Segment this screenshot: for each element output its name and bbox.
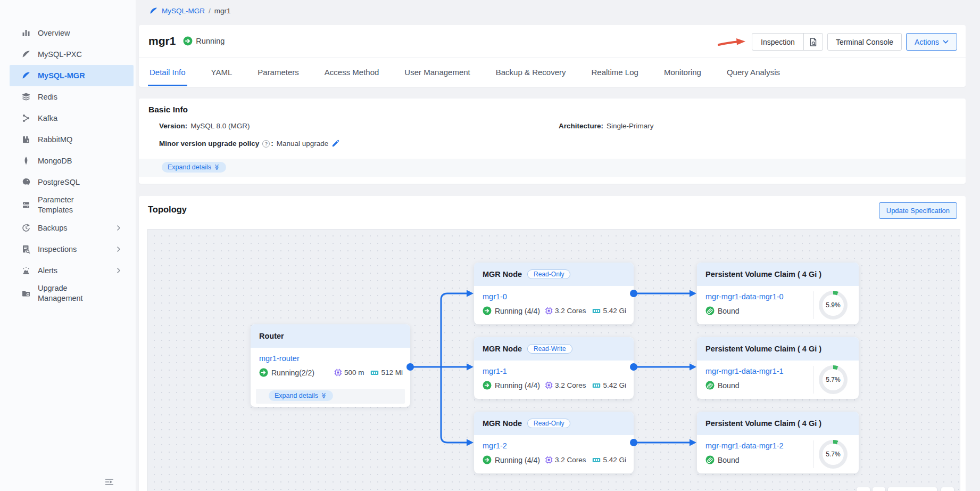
sidebar-item-label: MySQL-MGR — [38, 71, 85, 81]
sidebar-item-parameter-templates[interactable]: Parameter Templates — [10, 193, 134, 217]
router-header-label: Router — [259, 332, 284, 340]
sidebar-item-label: Alerts — [38, 266, 57, 276]
chevron-down-icon — [943, 40, 949, 44]
chevron-right-icon — [117, 267, 121, 274]
collapse-sidebar-icon[interactable] — [104, 477, 115, 487]
canvas-zoom-out-button[interactable] — [857, 487, 870, 491]
tab-yaml[interactable]: YAML — [210, 58, 234, 86]
architecture-row: Architecture: Single-Primary — [559, 122, 654, 130]
tab-realtime-log[interactable]: Realtime Log — [590, 58, 640, 86]
sidebar-item-inspections[interactable]: Inspections — [10, 239, 134, 260]
tab-parameters[interactable]: Parameters — [256, 58, 301, 86]
sidebar-item-mysql-pxc[interactable]: MySQL-PXC — [10, 44, 134, 65]
version-row: Version: MySQL 8.0 (MGR) — [159, 122, 250, 130]
tab-detail-info[interactable]: Detail Info — [148, 58, 187, 86]
update-specification-button[interactable]: Update Specification — [879, 202, 957, 219]
detail-tabs: Detail Info YAML Parameters Access Metho… — [139, 58, 966, 86]
pvc-card-0: Persistent Volume Claim ( 4 Gi ) mgr-mgr… — [697, 263, 859, 324]
memory-icon — [592, 382, 601, 389]
tab-backup-recovery[interactable]: Backup & Recovery — [494, 58, 568, 86]
canvas-zoom-in-button[interactable] — [873, 487, 885, 491]
pvc-status-text: Bound — [718, 381, 739, 390]
router-card: Router mgr1-router Running(2/2) 500 m 51… — [251, 324, 410, 407]
inspection-button-group: Inspection — [752, 33, 823, 51]
node-memory-value: 5.42 Gi — [603, 307, 626, 315]
architecture-value: Single-Primary — [607, 122, 654, 130]
divider — [813, 366, 814, 394]
chevron-right-icon — [117, 246, 121, 252]
sidebar-item-rabbitmq[interactable]: RabbitMQ — [10, 129, 134, 150]
sidebar-item-redis[interactable]: Redis — [10, 86, 134, 108]
backup-icon — [21, 223, 31, 233]
sidebar-item-postgresql[interactable]: PostgreSQL — [10, 171, 134, 193]
tab-query-analysis[interactable]: Query Analysis — [725, 58, 782, 86]
topology-title: Topology — [148, 204, 187, 215]
inspection-button[interactable]: Inspection — [752, 34, 803, 50]
breadcrumb-separator: / — [209, 7, 211, 15]
memory-icon — [370, 369, 379, 377]
sidebar-item-label: MySQL-PXC — [38, 50, 82, 60]
expand-details-button[interactable]: Expand details ≫ — [162, 162, 226, 173]
node-name-link[interactable]: mgr1-2 — [483, 441, 507, 450]
canvas-fit-button[interactable] — [941, 487, 954, 491]
sidebar-item-kafka[interactable]: Kafka — [10, 108, 134, 129]
layers-icon — [21, 92, 31, 102]
policy-value: Manual upgrade — [277, 140, 329, 148]
sidebar-item-overview[interactable]: Overview — [10, 22, 134, 44]
bound-status-icon — [705, 455, 715, 464]
sidebar-item-upgrade-management[interactable]: Upgrade Management — [10, 281, 134, 306]
sidebar-item-label: Inspections — [38, 244, 77, 255]
upgrade-icon — [21, 289, 31, 298]
tab-monitoring[interactable]: Monitoring — [662, 58, 703, 86]
basic-info-card: Basic Info Version: MySQL 8.0 (MGR) Arch… — [139, 99, 966, 184]
router-card-header: Router — [251, 324, 410, 348]
sidebar-item-mysql-mgr[interactable]: MySQL-MGR — [10, 65, 134, 86]
inspection-report-button[interactable] — [803, 34, 823, 50]
pvc-name-link[interactable]: mgr-mgr1-data-mgr1-2 — [705, 441, 784, 450]
running-status-icon — [183, 36, 193, 46]
topology-canvas: Router mgr1-router Running(2/2) 500 m 51… — [147, 229, 960, 491]
sidebar-item-backups[interactable]: Backups — [10, 217, 134, 239]
templates-icon — [21, 200, 31, 210]
expand-details-bar: Expand details ≫ — [139, 159, 966, 177]
tab-user-management[interactable]: User Management — [403, 58, 471, 86]
router-status-text: Running(2/2) — [271, 369, 314, 377]
status-badge: Running — [183, 36, 225, 46]
node-status-text: Running (4/4) — [495, 381, 540, 390]
page-title: mgr1 — [148, 35, 176, 47]
sidebar-item-label: RabbitMQ — [38, 135, 72, 145]
usage-percent: 5.9% — [826, 301, 840, 309]
terminal-console-button[interactable]: Terminal Console — [827, 33, 902, 51]
annotation-arrow-icon — [718, 37, 746, 47]
pvc-name-link[interactable]: mgr-mgr1-data-mgr1-1 — [705, 367, 784, 375]
node-cpu-value: 3.2 Cores — [555, 456, 586, 464]
router-expand-details-button[interactable]: Expand details ≫ — [269, 390, 333, 401]
mgr-node-card-0: MGR NodeRead-Only mgr1-0 Running (4/4) 3… — [474, 263, 634, 324]
canvas-zoom-slider[interactable] — [888, 487, 937, 491]
sidebar-item-alerts[interactable]: Alerts — [10, 260, 134, 281]
breadcrumb-section-link[interactable]: MySQL-MGR — [162, 7, 205, 15]
dolphin-icon — [21, 71, 31, 80]
router-expand-bar: Expand details ≫ — [256, 389, 405, 404]
running-status-icon — [483, 306, 492, 315]
usage-donut: 5.7% — [819, 365, 848, 394]
node-cpu-value: 3.2 Cores — [555, 381, 586, 389]
sidebar-item-mongodb[interactable]: MongoDB — [10, 150, 134, 171]
topology-card: Topology Update Specification Router mgr… — [139, 196, 966, 491]
router-name-link[interactable]: mgr1-router — [259, 354, 300, 363]
node-name-link[interactable]: mgr1-1 — [483, 367, 507, 375]
breadcrumb-current: mgr1 — [214, 7, 231, 15]
node-status-text: Running (4/4) — [495, 307, 540, 315]
sidebar-item-label: MongoDB — [38, 156, 72, 166]
tab-access-method[interactable]: Access Method — [323, 58, 381, 86]
help-icon[interactable]: ? — [262, 140, 270, 148]
running-status-icon — [483, 381, 492, 390]
pvc-name-link[interactable]: mgr-mgr1-data-mgr1-0 — [705, 292, 784, 301]
running-status-icon — [259, 368, 268, 377]
edit-pencil-icon[interactable] — [331, 140, 339, 148]
upgrade-policy-row: Minor version upgrade policy ? : Manual … — [159, 140, 339, 148]
actions-button[interactable]: Actions — [906, 33, 957, 51]
router-cpu-value: 500 m — [344, 369, 364, 377]
node-name-link[interactable]: mgr1-0 — [483, 292, 507, 301]
elephant-icon — [21, 177, 31, 187]
